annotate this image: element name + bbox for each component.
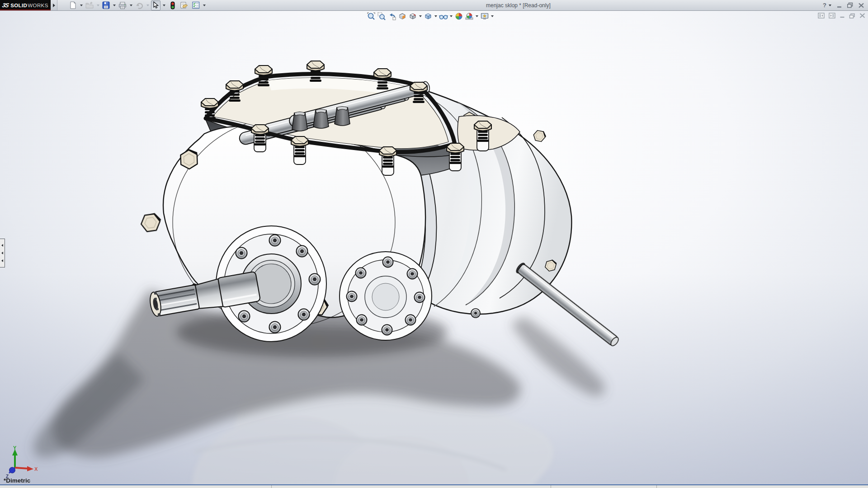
new-document-button[interactable] [68, 1, 78, 10]
solidworks-logo: 3S SOLID WORKS [0, 0, 51, 10]
open-icon [85, 2, 94, 9]
layshaft-cover [340, 252, 432, 340]
document-minimize-icon [840, 13, 845, 18]
collapse-right-pane-icon [829, 13, 835, 19]
edit-appearance-button[interactable] [454, 12, 463, 21]
triad-x-label: X [34, 466, 38, 472]
triad-x-axis [27, 466, 33, 472]
zoom-to-area-icon [377, 12, 386, 20]
window-controls: ? [823, 0, 864, 10]
view-settings-dropdown[interactable] [490, 12, 494, 21]
view-orientation-button[interactable] [408, 12, 417, 21]
hide-show-items-icon [439, 12, 448, 20]
document-restore-button[interactable] [849, 13, 855, 19]
undo-button[interactable] [134, 1, 144, 10]
select-tool-dropdown[interactable] [162, 1, 166, 10]
print-button[interactable] [118, 1, 127, 10]
document-minimize-button[interactable] [840, 13, 845, 18]
new-document-icon [69, 1, 77, 9]
display-style-dropdown[interactable] [434, 12, 438, 21]
view-orientation-icon [409, 12, 417, 20]
triad-y-label: Y [13, 446, 17, 450]
undo-icon [135, 2, 143, 9]
view-orientation-dropdown[interactable] [418, 12, 422, 21]
minimize-button[interactable] [836, 3, 842, 8]
apply-scene-icon [465, 12, 473, 20]
brand-light: WORKS [28, 3, 48, 8]
options-icon [192, 1, 200, 9]
restore-button[interactable] [847, 2, 854, 8]
document-window-controls [818, 13, 865, 19]
feature-tree-collapsed-tab[interactable] [0, 239, 5, 267]
save-button[interactable] [101, 1, 111, 10]
document-restore-icon [849, 13, 855, 19]
view-orientation-label: *Dimetric [4, 477, 30, 484]
close-icon [858, 3, 864, 8]
new-document-dropdown[interactable] [79, 1, 83, 10]
standard-toolbar [68, 0, 206, 10]
open-button[interactable] [85, 1, 94, 10]
close-button[interactable] [858, 3, 864, 8]
status-bar [0, 484, 868, 488]
section-view-icon [398, 12, 406, 20]
section-view-button[interactable] [397, 12, 407, 21]
graphics-viewport[interactable]: Y X Z *Dimetric [0, 10, 868, 488]
select-cursor-icon [152, 1, 159, 9]
select-tool-button[interactable] [151, 0, 160, 10]
save-icon [102, 1, 110, 9]
previous-view-button[interactable] [387, 12, 396, 21]
headsup-view-toolbar [366, 12, 494, 21]
file-properties-icon [180, 1, 188, 9]
apply-scene-dropdown[interactable] [475, 12, 479, 21]
view-settings-button[interactable] [480, 12, 489, 21]
help-dropdown[interactable] [828, 1, 832, 10]
window-title: menjac sklop * [Read-only] [486, 2, 551, 9]
gearbox-3d-model[interactable] [0, 10, 868, 488]
minimize-icon [836, 3, 842, 8]
hide-show-items-dropdown[interactable] [449, 12, 453, 21]
view-settings-icon [481, 12, 489, 20]
collapse-left-pane-button[interactable] [818, 13, 825, 19]
collapse-left-pane-icon [818, 13, 825, 19]
menu-flyout-button[interactable] [51, 0, 57, 10]
open-dropdown[interactable] [96, 1, 100, 10]
apply-scene-button[interactable] [464, 12, 474, 21]
undo-dropdown[interactable] [146, 1, 150, 10]
title-bar: 3S SOLID WORKS [0, 0, 868, 11]
collapse-right-pane-button[interactable] [829, 13, 835, 19]
brand-bold: SOLID [10, 3, 27, 8]
rebuild-button[interactable] [170, 1, 176, 10]
document-close-button[interactable] [859, 13, 865, 18]
save-dropdown[interactable] [112, 1, 116, 10]
edit-appearance-icon [455, 12, 463, 20]
previous-view-icon [388, 12, 396, 20]
zoom-to-fit-icon [367, 12, 375, 20]
restore-icon [847, 2, 854, 8]
expand-left-arrow-icon [1, 259, 3, 262]
options-dropdown[interactable] [202, 1, 206, 10]
expand-left-arrow-icon [1, 244, 3, 247]
triad-z-axis [9, 467, 15, 473]
options-button[interactable] [191, 1, 201, 10]
rebuild-traffic-light-icon [170, 1, 175, 9]
display-style-button[interactable] [423, 12, 433, 21]
reference-triad: Y X Z [3, 446, 38, 482]
print-dropdown[interactable] [129, 1, 133, 10]
expand-left-arrow-icon [1, 252, 3, 254]
flyout-arrow-icon [53, 4, 55, 7]
3ds-logo-mark: 3S [2, 2, 9, 9]
file-properties-button[interactable] [179, 1, 189, 10]
zoom-to-fit-button[interactable] [366, 12, 376, 21]
document-close-icon [859, 13, 865, 18]
display-style-icon [424, 12, 432, 20]
zoom-to-area-button[interactable] [377, 12, 386, 21]
print-icon [118, 2, 127, 9]
help-button[interactable]: ? [823, 2, 826, 9]
hide-show-items-button[interactable] [439, 12, 448, 21]
